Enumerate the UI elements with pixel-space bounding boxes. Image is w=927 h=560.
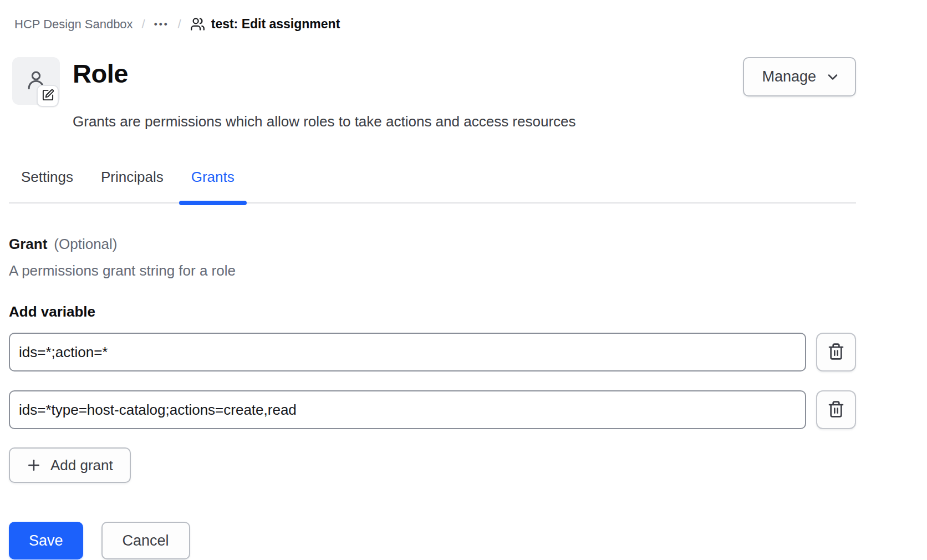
grant-label: Grant bbox=[9, 235, 47, 253]
delete-grant-button-1[interactable] bbox=[816, 333, 856, 371]
breadcrumb-item-current: test: Edit assignment bbox=[190, 17, 340, 32]
manage-button-label: Manage bbox=[762, 69, 816, 84]
save-button[interactable]: Save bbox=[9, 522, 83, 559]
trash-icon bbox=[827, 343, 845, 362]
grant-row bbox=[9, 390, 856, 429]
breadcrumb-item-hcp-design-sandbox[interactable]: HCP Design Sandbox bbox=[14, 17, 133, 32]
add-grant-button-label: Add grant bbox=[50, 458, 113, 472]
header-text: Role Manage Grants are permissions which… bbox=[73, 57, 856, 130]
grant-help-text: A permissions grant string for a role bbox=[9, 262, 856, 279]
breadcrumb-item-ellipsis[interactable]: ••• bbox=[154, 18, 169, 30]
grant-input-2[interactable] bbox=[9, 390, 806, 429]
grant-field-label: Grant (Optional) bbox=[9, 235, 856, 253]
add-grant-button[interactable]: Add grant bbox=[9, 447, 131, 483]
form-actions: Save Cancel bbox=[9, 522, 856, 559]
grant-input-1[interactable] bbox=[9, 333, 806, 371]
page-subtitle: Grants are permissions which allow roles… bbox=[73, 113, 856, 130]
add-variable-label: Add variable bbox=[9, 303, 856, 320]
manage-button[interactable]: Manage bbox=[743, 57, 856, 96]
grant-row bbox=[9, 333, 856, 371]
edit-pencil-icon bbox=[42, 89, 54, 103]
page: HCP Design Sandbox / ••• / test: Edit as… bbox=[9, 17, 856, 559]
delete-grant-button-2[interactable] bbox=[816, 390, 856, 429]
tab-settings[interactable]: Settings bbox=[9, 155, 85, 202]
breadcrumb-separator: / bbox=[142, 17, 145, 32]
grant-optional-label: (Optional) bbox=[54, 235, 117, 253]
users-icon bbox=[190, 17, 205, 32]
page-title: Role bbox=[73, 57, 128, 90]
edit-avatar-button[interactable] bbox=[37, 85, 59, 107]
tab-principals[interactable]: Principals bbox=[89, 155, 176, 202]
trash-icon bbox=[827, 400, 845, 420]
breadcrumb-current-label: test: Edit assignment bbox=[211, 17, 340, 32]
tab-bar: Settings Principals Grants bbox=[9, 155, 856, 203]
page-header: Role Manage Grants are permissions which… bbox=[9, 57, 856, 130]
avatar bbox=[12, 57, 60, 105]
chevron-down-icon bbox=[825, 69, 841, 85]
breadcrumb-separator: / bbox=[178, 17, 181, 32]
tab-grants[interactable]: Grants bbox=[179, 155, 247, 202]
grants-form: Grant (Optional) A permissions grant str… bbox=[9, 235, 856, 559]
cancel-button[interactable]: Cancel bbox=[101, 522, 190, 559]
breadcrumb: HCP Design Sandbox / ••• / test: Edit as… bbox=[14, 17, 856, 32]
plus-icon bbox=[26, 457, 42, 474]
